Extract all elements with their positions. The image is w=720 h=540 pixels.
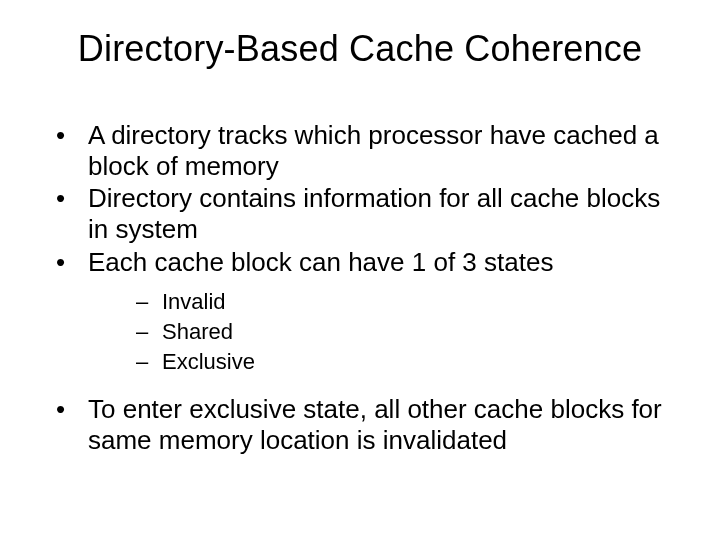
bullet-item: A directory tracks which processor have … [48,120,680,181]
bullet-text: To enter exclusive state, all other cach… [88,394,662,455]
sub-bullet-list: Invalid Shared Exclusive [136,287,680,376]
slide-title: Directory-Based Cache Coherence [40,28,680,70]
bullet-list: A directory tracks which processor have … [48,120,680,456]
sub-bullet-item: Shared [136,317,680,347]
bullet-text: Directory contains information for all c… [88,183,660,244]
sub-bullet-item: Exclusive [136,347,680,377]
bullet-item: To enter exclusive state, all other cach… [48,394,680,455]
bullet-item: Directory contains information for all c… [48,183,680,244]
sub-bullet-text: Exclusive [162,349,255,374]
bullet-item: Each cache block can have 1 of 3 states … [48,247,680,377]
sub-bullet-text: Invalid [162,289,226,314]
sub-bullet-text: Shared [162,319,233,344]
bullet-text: Each cache block can have 1 of 3 states [88,247,553,277]
sub-bullet-item: Invalid [136,287,680,317]
slide: Directory-Based Cache Coherence A direct… [0,0,720,540]
bullet-text: A directory tracks which processor have … [88,120,659,181]
